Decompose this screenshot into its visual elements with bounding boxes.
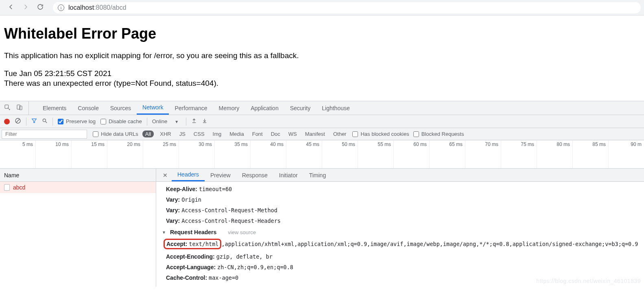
type-manifest[interactable]: Manifest (303, 131, 327, 137)
tab-elements[interactable]: Elements (37, 101, 72, 115)
timeline-tick: 90 m (609, 140, 644, 168)
type-xhr[interactable]: XHR (158, 131, 173, 137)
detail-tabs: ✕ Headers Preview Response Initiator Tim… (156, 169, 644, 182)
requests-list: Name abcd (0, 169, 156, 287)
timeline-tick: 70 ms (465, 140, 501, 168)
close-icon[interactable]: ✕ (159, 172, 172, 179)
page-title: Whitelabel Error Page (4, 25, 640, 42)
separator (26, 118, 26, 126)
header-vary-method: Vary: Access-Control-Request-Method (166, 207, 634, 213)
header-accept: Accept: text/html,application/xhtml+xml,… (166, 239, 634, 249)
type-css[interactable]: CSS (192, 131, 207, 137)
timeline-tick: 65 ms (430, 140, 465, 168)
request-detail: ✕ Headers Preview Response Initiator Tim… (156, 169, 644, 287)
request-headers-section[interactable]: ▼ Request Headers view source (162, 229, 634, 235)
tab-security[interactable]: Security (284, 101, 317, 115)
devtools-panel: Elements Console Sources Network Perform… (0, 101, 644, 287)
has-blocked-cookies-checkbox[interactable]: Has blocked cookies (352, 131, 409, 137)
error-detail: There was an unexpected error (type=Not … (4, 79, 640, 88)
type-other[interactable]: Other (331, 131, 349, 137)
device-icon[interactable] (16, 104, 23, 112)
type-img[interactable]: Img (211, 131, 224, 137)
timeline-tick: 15 ms (72, 140, 107, 168)
timestamp: Tue Jan 05 23:21:55 CST 2021 (4, 69, 640, 78)
separator (186, 118, 186, 126)
waterfall-timeline[interactable]: 5 ms 10 ms 15 ms 20 ms 25 ms 30 ms 35 ms… (0, 140, 644, 169)
timeline-tick: 45 ms (286, 140, 322, 168)
hide-data-urls-checkbox[interactable]: Hide data URLs (93, 131, 138, 137)
type-all[interactable]: All (142, 131, 154, 137)
timeline-tick: 50 ms (322, 140, 358, 168)
detail-tab-initiator[interactable]: Initiator (273, 169, 303, 181)
timeline-tick: 30 ms (179, 140, 215, 168)
tab-console[interactable]: Console (72, 101, 104, 115)
tab-network[interactable]: Network (137, 101, 169, 115)
disable-cache-checkbox[interactable]: Disable cache (100, 118, 142, 124)
type-ws[interactable]: WS (286, 131, 299, 137)
chevron-down-icon: ▼ (162, 230, 166, 235)
type-js[interactable]: JS (177, 131, 188, 137)
request-name: abcd (13, 184, 25, 191)
fallback-message: This application has no explicit mapping… (4, 51, 640, 60)
tab-sources[interactable]: Sources (105, 101, 137, 115)
type-doc[interactable]: Doc (269, 131, 282, 137)
file-icon (4, 184, 10, 191)
type-media[interactable]: Media (227, 131, 246, 137)
header-accept-encoding: Accept-Encoding: gzip, deflate, br (166, 253, 634, 260)
info-icon[interactable]: i (58, 4, 64, 11)
detail-tab-headers[interactable]: Headers (172, 169, 205, 181)
tab-application[interactable]: Application (245, 101, 284, 115)
browser-toolbar: i localhost:8080/abcd (0, 0, 644, 15)
back-icon[interactable] (7, 3, 15, 12)
tab-performance[interactable]: Performance (169, 101, 213, 115)
network-filter-bar: Hide data URLs All XHR JS CSS Img Media … (0, 128, 644, 140)
timeline-tick: 20 ms (107, 140, 143, 168)
svg-line-7 (46, 122, 47, 123)
forward-icon[interactable] (22, 3, 29, 12)
search-icon[interactable] (42, 118, 48, 125)
header-keep-alive: Keep-Alive: timeout=60 (166, 186, 634, 192)
blocked-requests-checkbox[interactable]: Blocked Requests (413, 131, 464, 137)
preserve-log-checkbox[interactable]: Preserve log (58, 118, 96, 124)
filter-icon[interactable] (31, 118, 37, 125)
filter-input[interactable] (2, 130, 87, 139)
page-body: Whitelabel Error Page This application h… (0, 15, 644, 92)
upload-har-icon[interactable] (191, 118, 197, 125)
download-har-icon[interactable] (202, 118, 207, 125)
timeline-tick: 10 ms (36, 140, 72, 168)
separator (52, 118, 53, 126)
name-column-header[interactable]: Name (0, 169, 156, 182)
throttling-select[interactable]: Online ▼ (152, 118, 181, 124)
headers-content: Keep-Alive: timeout=60 Vary: Origin Vary… (156, 182, 644, 287)
detail-tab-preview[interactable]: Preview (205, 169, 236, 181)
inspect-icon[interactable] (4, 104, 11, 112)
url-text: localhost:8080/abcd (68, 4, 126, 11)
tab-lighthouse[interactable]: Lighthouse (316, 101, 356, 115)
devtools-tabs: Elements Console Sources Network Perform… (0, 101, 644, 115)
timeline-tick: 55 ms (358, 140, 394, 168)
address-bar[interactable]: i localhost:8080/abcd (53, 2, 641, 13)
timeline-tick: 5 ms (0, 140, 36, 168)
header-vary-headers: Vary: Access-Control-Request-Headers (166, 218, 634, 224)
separator (147, 118, 147, 126)
tab-memory[interactable]: Memory (213, 101, 245, 115)
svg-line-4 (16, 119, 20, 122)
view-source-link[interactable]: view source (228, 229, 256, 235)
type-font[interactable]: Font (250, 131, 265, 137)
record-icon[interactable] (4, 119, 10, 124)
timeline-tick: 60 ms (394, 140, 430, 168)
clear-icon[interactable] (15, 118, 21, 125)
detail-tab-response[interactable]: Response (236, 169, 273, 181)
detail-tab-timing[interactable]: Timing (303, 169, 332, 181)
timeline-tick: 85 ms (573, 140, 609, 168)
network-toolbar: Preserve log Disable cache Online ▼ (0, 115, 644, 128)
header-accept-language: Accept-Language: zh-CN,zh;q=0.9,en;q=0.8 (166, 264, 634, 270)
reload-icon[interactable] (37, 3, 44, 12)
header-vary-origin: Vary: Origin (166, 196, 634, 203)
request-row[interactable]: abcd (0, 182, 156, 193)
watermark: https://blog.csdn.net/weixin_46101839 (536, 278, 641, 284)
timeline-tick: 40 ms (251, 140, 286, 168)
timeline-tick: 25 ms (143, 140, 179, 168)
timeline-tick: 75 ms (501, 140, 537, 168)
svg-marker-5 (32, 119, 37, 122)
